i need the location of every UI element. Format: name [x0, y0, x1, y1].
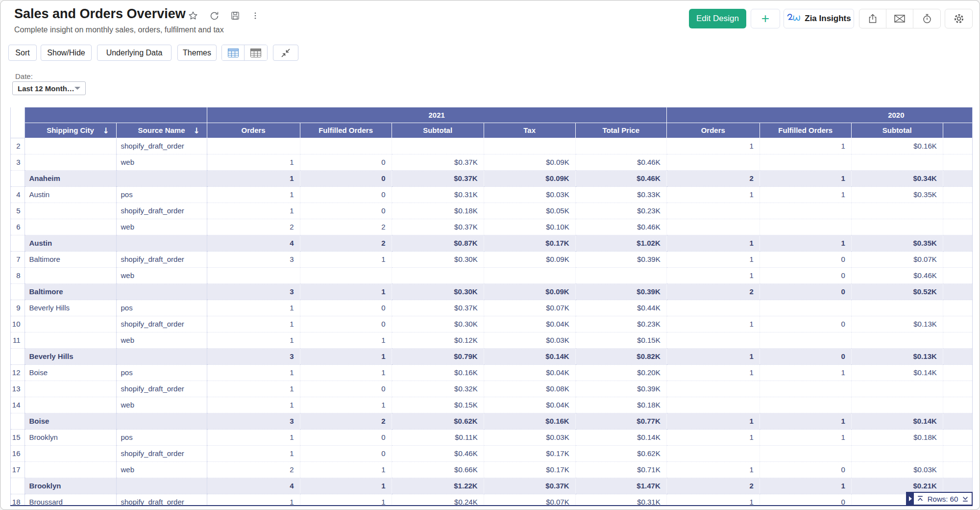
- value-cell: 0: [300, 203, 392, 219]
- column-header-2020-tax[interactable]: Tax: [943, 123, 973, 138]
- row-number-cell: [11, 170, 24, 186]
- value-cell: [484, 138, 575, 154]
- value-cell: [943, 219, 973, 235]
- value-cell: [943, 235, 973, 251]
- show-hide-button[interactable]: Show/Hide: [41, 45, 92, 61]
- collapse-icon[interactable]: [273, 45, 298, 61]
- table-row: 9Beverly Hillspos10$0.37K$0.07K$0.44K: [11, 300, 973, 316]
- star-icon[interactable]: [188, 10, 198, 21]
- row-number-cell: 6: [11, 219, 24, 235]
- value-cell: 1: [666, 364, 760, 381]
- value-cell: $0.34K: [851, 170, 943, 186]
- value-cell: [943, 154, 973, 170]
- add-button[interactable]: +: [751, 9, 780, 28]
- value-cell: [943, 170, 973, 186]
- value-cell: $0.44K: [575, 300, 666, 316]
- value-cell: $0.10K: [484, 219, 575, 235]
- source-name-cell: pos: [116, 186, 207, 203]
- column-header-2021-total-price[interactable]: Total Price: [575, 123, 666, 138]
- date-filter-value: Last 12 Month…: [18, 84, 74, 93]
- underlying-data-button[interactable]: Underlying Data: [97, 45, 172, 61]
- shipping-city-cell: [24, 397, 116, 413]
- date-filter-select[interactable]: Last 12 Month…: [12, 81, 86, 95]
- value-cell: [300, 138, 392, 154]
- year-group-header-2020[interactable]: 2020: [666, 107, 973, 123]
- value-cell: [851, 397, 943, 413]
- edit-design-button[interactable]: Edit Design: [689, 9, 746, 28]
- shipping-city-cell: Baltimore: [24, 283, 116, 300]
- column-header-2020-fulfilled-orders[interactable]: Fulfilled Orders: [760, 123, 851, 138]
- value-cell: [943, 251, 973, 267]
- value-cell: 1: [666, 494, 760, 506]
- value-cell: 1: [666, 413, 760, 429]
- source-name-cell: web: [116, 219, 207, 235]
- value-cell: 2: [300, 413, 392, 429]
- value-cell: $0.37K: [392, 154, 484, 170]
- sort-descending-icon[interactable]: ↓: [102, 126, 109, 135]
- table-row: 7Baltimoreshopify_draft_order31$0.30K$0.…: [11, 251, 973, 267]
- year-group-header-2021[interactable]: 2021: [207, 107, 666, 123]
- shipping-city-cell: Brooklyn: [24, 429, 116, 445]
- value-cell: $0.23K: [575, 203, 666, 219]
- refresh-icon[interactable]: [209, 11, 220, 21]
- value-cell: [666, 445, 760, 461]
- column-header-2021-subtotal[interactable]: Subtotal: [392, 123, 484, 138]
- scroll-to-bottom-icon[interactable]: [962, 495, 969, 502]
- column-header-2021-fulfilled-orders[interactable]: Fulfilled Orders: [300, 123, 392, 138]
- column-header-shipping-city[interactable]: Shipping City↓: [24, 123, 116, 138]
- column-header-2021-tax[interactable]: Tax: [484, 123, 575, 138]
- row-number-cell: 17: [11, 461, 24, 478]
- shipping-city-cell: Austin: [24, 235, 116, 251]
- chevron-right-icon: [909, 496, 912, 501]
- zia-insights-button[interactable]: Zia Insights: [784, 9, 854, 28]
- value-cell: 2: [666, 283, 760, 300]
- column-header-2020-orders[interactable]: Orders: [666, 123, 760, 138]
- value-cell: $0.62K: [392, 413, 484, 429]
- rows-pager-expand-button[interactable]: [907, 493, 914, 505]
- sort-descending-icon[interactable]: ↓: [193, 126, 199, 135]
- table-row: 10shopify_draft_order10$0.30K$0.04K$0.23…: [11, 316, 973, 332]
- source-name-cell: [116, 413, 207, 429]
- save-icon[interactable]: [230, 11, 240, 21]
- value-cell: $0.17K: [484, 445, 575, 461]
- value-cell: 1: [207, 300, 300, 316]
- column-header-2020-subtotal[interactable]: Subtotal: [851, 123, 943, 138]
- value-cell: [760, 397, 851, 413]
- value-cell: $0.07K: [484, 494, 575, 506]
- email-icon[interactable]: [886, 9, 913, 28]
- value-cell: [666, 154, 760, 170]
- row-number-cell: [11, 478, 24, 494]
- column-header-2021-orders[interactable]: Orders: [207, 123, 300, 138]
- value-cell: [760, 154, 851, 170]
- value-cell: $0.16K: [851, 138, 943, 154]
- summary-view-icon[interactable]: [245, 45, 267, 60]
- settings-icon[interactable]: [945, 9, 973, 28]
- value-cell: $0.82K: [575, 348, 666, 364]
- value-cell: $0.11K: [392, 429, 484, 445]
- value-cell: 1: [207, 381, 300, 397]
- value-cell: $0.14K: [851, 364, 943, 381]
- value-cell: 3: [207, 348, 300, 364]
- table-row: 18Broussardshopify_draft_order11$0.24K$0…: [11, 494, 973, 506]
- column-header-source-name[interactable]: Source Name↓: [116, 123, 207, 138]
- source-name-cell: web: [116, 154, 207, 170]
- value-cell: 3: [207, 413, 300, 429]
- value-cell: $0.15K: [575, 332, 666, 348]
- value-cell: 1: [760, 186, 851, 203]
- value-cell: [666, 381, 760, 397]
- alert-icon[interactable]: [913, 9, 940, 28]
- table-view-icon[interactable]: [222, 45, 245, 60]
- value-cell: 0: [300, 445, 392, 461]
- value-cell: $0.46K: [851, 267, 943, 283]
- pivot-table[interactable]: 20212020Shipping City↓Source Name↓Orders…: [10, 107, 973, 506]
- themes-button[interactable]: Themes: [177, 45, 217, 61]
- value-cell: 1: [760, 138, 851, 154]
- table-row: 2shopify_draft_order11$0.16K: [11, 138, 973, 154]
- more-vertical-icon[interactable]: [251, 10, 260, 21]
- table-row: 11web11$0.12K$0.03K$0.15K: [11, 332, 973, 348]
- value-cell: [851, 445, 943, 461]
- scroll-to-top-icon[interactable]: [917, 495, 924, 502]
- sort-button[interactable]: Sort: [8, 45, 37, 61]
- export-icon[interactable]: [859, 9, 886, 28]
- value-cell: [943, 413, 973, 429]
